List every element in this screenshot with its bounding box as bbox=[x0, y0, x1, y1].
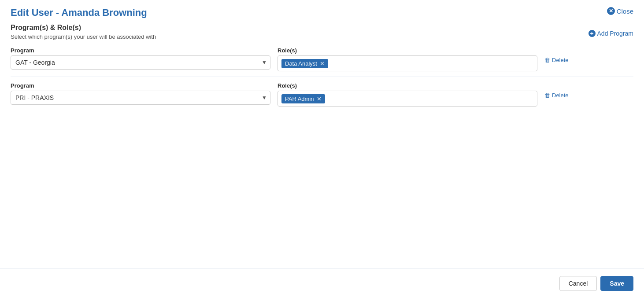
program-field-group-2: Program PRI - PRAXIS ▼ bbox=[11, 82, 270, 105]
cancel-button[interactable]: Cancel bbox=[559, 276, 597, 291]
program-select-1[interactable]: GAT - Georgia bbox=[11, 55, 270, 70]
section-title: Program(s) & Role(s) bbox=[11, 24, 633, 32]
program-label-1: Program bbox=[11, 47, 270, 54]
role-tag-remove-icon[interactable]: ✕ bbox=[320, 61, 325, 66]
page-title: Edit User - Amanda Browning bbox=[11, 7, 633, 18]
close-icon: ✕ bbox=[607, 7, 615, 15]
roles-label-1: Role(s) bbox=[278, 47, 537, 54]
roles-label-2: Role(s) bbox=[278, 82, 537, 89]
add-program-button[interactable]: + Add Program bbox=[588, 30, 633, 37]
program-select-2[interactable]: PRI - PRAXIS bbox=[11, 91, 270, 105]
program-row-2: Program PRI - PRAXIS ▼ Role(s) PAR Admin… bbox=[11, 82, 633, 112]
section-subtitle: Select which program(s) your user will b… bbox=[11, 33, 633, 40]
roles-input-1[interactable]: Data Analyst ✕ bbox=[278, 55, 537, 71]
close-button[interactable]: ✕ Close bbox=[607, 7, 633, 15]
roles-input-wrapper-2: PAR Admin ✕ bbox=[278, 91, 537, 107]
role-tag-label-2: PAR Admin bbox=[285, 96, 314, 102]
delete-button-1[interactable]: 🗑 Delete bbox=[544, 47, 569, 63]
role-tag-remove-icon-2[interactable]: ✕ bbox=[317, 96, 322, 102]
add-icon: + bbox=[588, 30, 596, 37]
program-field-group-1: Program GAT - Georgia ▼ bbox=[11, 47, 270, 70]
trash-icon: 🗑 bbox=[544, 57, 550, 63]
roles-input-wrapper-1: Data Analyst ✕ bbox=[278, 55, 537, 71]
role-tag-2: PAR Admin ✕ bbox=[281, 94, 325, 103]
page-container: Edit User - Amanda Browning ✕ Close Prog… bbox=[0, 0, 644, 298]
roles-input-2[interactable]: PAR Admin ✕ bbox=[278, 91, 537, 107]
trash-icon-2: 🗑 bbox=[544, 92, 550, 99]
program-label-2: Program bbox=[11, 82, 270, 89]
program-select-wrapper-2: PRI - PRAXIS ▼ bbox=[11, 91, 270, 105]
delete-button-2[interactable]: 🗑 Delete bbox=[544, 82, 569, 99]
roles-field-group-2: Role(s) PAR Admin ✕ bbox=[278, 82, 537, 107]
role-tag-label: Data Analyst bbox=[285, 60, 317, 67]
program-select-wrapper-1: GAT - Georgia ▼ bbox=[11, 55, 270, 70]
roles-field-group-1: Role(s) Data Analyst ✕ bbox=[278, 47, 537, 71]
role-tag: Data Analyst ✕ bbox=[281, 59, 328, 68]
bottom-bar: Cancel Save bbox=[0, 269, 644, 298]
save-button[interactable]: Save bbox=[600, 276, 633, 291]
program-row: Program GAT - Georgia ▼ Role(s) Data Ana… bbox=[11, 47, 633, 77]
